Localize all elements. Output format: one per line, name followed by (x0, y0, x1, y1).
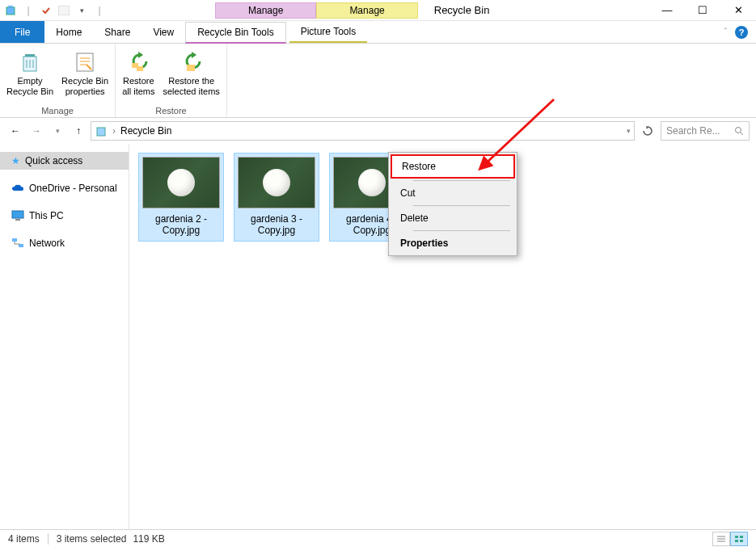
ribbon-group-restore: Restore all items Restore the selected i… (116, 44, 227, 117)
svg-rect-4 (25, 54, 35, 57)
tab-file[interactable]: File (0, 21, 44, 43)
qat-dropdown-icon[interactable]: ▾ (74, 3, 89, 18)
manage-tab-header-yellow: Manage (316, 2, 417, 19)
path-box[interactable]: › Recycle Bin ▾ (91, 121, 635, 141)
recycle-bin-path-icon (95, 124, 108, 137)
manage-group-label: Manage (41, 104, 74, 116)
restore-all-label: Restore all items (122, 76, 154, 97)
search-icon (734, 126, 744, 136)
context-restore[interactable]: Restore (391, 154, 515, 179)
restore-selected-button[interactable]: Restore the selected items (162, 47, 222, 104)
new-folder-icon[interactable] (57, 3, 71, 18)
search-placeholder: Search Re... (666, 125, 731, 137)
main-area: ★ Quick access OneDrive - Personal This … (0, 144, 756, 529)
svg-rect-14 (19, 244, 23, 247)
context-properties[interactable]: Properties (391, 233, 515, 254)
empty-recycle-bin-label: Empty Recycle Bin (6, 76, 53, 97)
thumbnail-image (238, 157, 315, 208)
address-bar: ← → ▾ ↑ › Recycle Bin ▾ Search Re... (0, 118, 756, 144)
star-icon: ★ (11, 155, 20, 166)
status-item-count: 4 items (8, 533, 40, 545)
thumbnails-view-button[interactable] (730, 532, 748, 546)
ribbon-tabs: File Home Share View Recycle Bin Tools P… (0, 21, 756, 44)
close-button[interactable]: ✕ (720, 0, 756, 21)
window-title: Recycle Bin (434, 4, 490, 16)
breadcrumb-recycle-bin[interactable]: Recycle Bin (120, 125, 171, 137)
status-separator (48, 533, 49, 545)
ribbon-group-manage: Empty Recycle Bin Recycle Bin properties… (0, 44, 116, 117)
tab-view[interactable]: View (141, 21, 185, 43)
recent-dropdown[interactable]: ▾ (49, 122, 66, 140)
collapse-ribbon-icon[interactable]: ˆ (724, 27, 727, 36)
file-item[interactable]: gardenia 3 - Copy.jpg (234, 154, 319, 241)
thumbnail-image (142, 157, 220, 208)
file-item[interactable]: gardenia 2 - Copy.jpg (139, 154, 223, 241)
qat-separator2: | (92, 3, 107, 18)
ribbon: Empty Recycle Bin Recycle Bin properties… (0, 44, 756, 118)
file-name-label: gardenia 3 - Copy.jpg (234, 212, 319, 241)
path-dropdown-icon[interactable]: ▾ (627, 127, 631, 135)
search-input[interactable]: Search Re... (661, 121, 750, 141)
context-cut[interactable]: Cut (391, 183, 515, 204)
svg-rect-17 (740, 536, 743, 538)
help-icon[interactable]: ? (735, 26, 748, 39)
svg-rect-12 (15, 219, 20, 221)
file-name-label: gardenia 2 - Copy.jpg (139, 212, 223, 241)
context-separator (413, 180, 510, 181)
nav-onedrive[interactable]: OneDrive - Personal (0, 179, 129, 197)
svg-rect-18 (735, 540, 738, 542)
qat-separator: | (21, 3, 36, 18)
view-mode-buttons (712, 532, 748, 546)
recycle-bin-icon[interactable] (3, 3, 18, 18)
svg-rect-8 (187, 65, 195, 71)
nav-this-pc[interactable]: This PC (0, 207, 129, 225)
nav-network[interactable]: Network (0, 234, 129, 252)
restore-group-label: Restore (155, 104, 187, 116)
back-button[interactable]: ← (6, 122, 24, 140)
manage-tab-header-purple: Manage (215, 2, 316, 19)
status-bar: 4 items 3 items selected 119 KB (0, 529, 756, 547)
svg-rect-11 (12, 211, 23, 218)
contextual-tab-headers: Manage Manage (215, 2, 418, 19)
nav-network-label: Network (29, 238, 65, 249)
tab-picture-tools[interactable]: Picture Tools (289, 21, 367, 43)
properties-icon[interactable] (39, 3, 53, 18)
tab-home[interactable]: Home (44, 21, 93, 43)
svg-rect-16 (735, 536, 738, 538)
nav-quick-label: Quick access (25, 155, 82, 166)
svg-rect-2 (58, 6, 70, 15)
nav-thispc-label: This PC (29, 210, 64, 221)
window-controls: — ☐ ✕ (649, 0, 756, 21)
nav-tree: ★ Quick access OneDrive - Personal This … (0, 144, 129, 529)
tab-share[interactable]: Share (93, 21, 141, 43)
context-menu: Restore Cut Delete Properties (388, 152, 517, 256)
network-icon (11, 238, 24, 249)
restore-selected-label: Restore the selected items (163, 76, 220, 97)
svg-point-10 (736, 128, 741, 133)
context-separator (413, 230, 510, 231)
nav-onedrive-label: OneDrive - Personal (29, 183, 117, 194)
svg-rect-19 (740, 540, 743, 542)
svg-rect-9 (97, 128, 105, 136)
minimize-button[interactable]: — (649, 0, 685, 21)
recycle-bin-properties-button[interactable]: Recycle Bin properties (60, 47, 110, 104)
file-list[interactable]: gardenia 2 - Copy.jpg gardenia 3 - Copy.… (129, 144, 756, 529)
restore-all-button[interactable]: Restore all items (120, 47, 156, 104)
up-button[interactable]: ↑ (70, 122, 87, 140)
empty-recycle-bin-button[interactable]: Empty Recycle Bin (5, 47, 55, 104)
svg-rect-7 (137, 66, 143, 71)
monitor-icon (11, 210, 24, 221)
refresh-button[interactable] (638, 121, 657, 141)
ribbon-right: ˆ ? (724, 21, 756, 43)
tab-recycle-bin-tools[interactable]: Recycle Bin Tools (185, 22, 286, 44)
title-bar: | ▾ | Manage Manage Recycle Bin — ☐ ✕ (0, 0, 756, 21)
quick-access-toolbar: | ▾ | (0, 3, 110, 18)
svg-rect-0 (6, 7, 15, 15)
forward-button[interactable]: → (27, 122, 45, 140)
details-view-button[interactable] (712, 532, 730, 546)
maximize-button[interactable]: ☐ (685, 0, 720, 21)
context-delete[interactable]: Delete (391, 208, 515, 229)
nav-quick-access[interactable]: ★ Quick access (0, 152, 129, 170)
svg-rect-13 (12, 238, 17, 242)
status-selected-count: 3 items selected (57, 533, 127, 545)
